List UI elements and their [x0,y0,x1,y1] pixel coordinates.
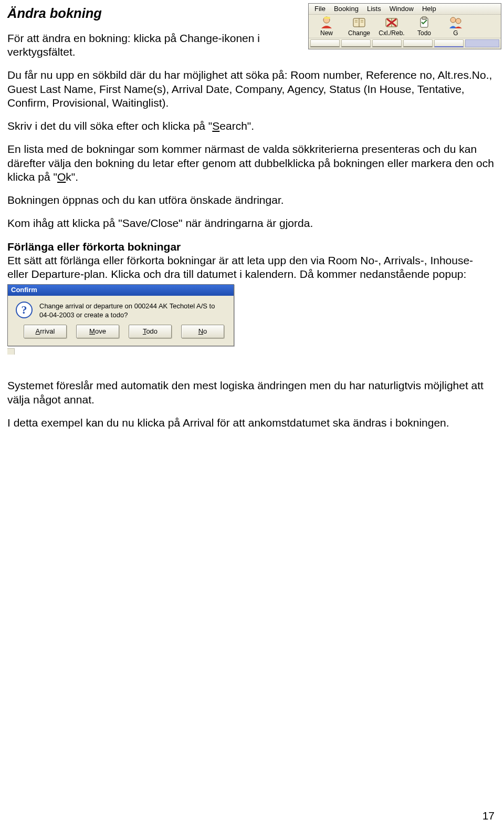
menu-lists[interactable]: Lists [363,4,385,14]
menubar: File Booking Lists Window Help [309,4,501,15]
question-icon: ? [15,301,33,319]
toolbar-change[interactable]: Change [343,16,375,38]
tab-1[interactable] [310,39,340,47]
toolbar-cxlreb[interactable]: Cxl./Reb. [375,16,408,38]
subheading-extend: Förlänga eller förkorta bokningar [7,241,181,253]
paragraph-save-close: Kom ihåg att klicka på "Save/Close" när … [7,216,497,230]
menu-help[interactable]: Help [418,4,440,14]
svg-point-14 [450,17,456,23]
toolbar-change-label: Change [348,29,370,37]
tab-3[interactable] [372,39,402,47]
svg-text:?: ? [22,303,27,316]
group-icon [448,16,463,29]
svg-rect-1 [324,17,330,19]
toolbar-cxlreb-label: Cxl./Reb. [379,29,404,37]
paragraph-system-suggest: Systemet föreslår med automatik den mest… [7,379,497,407]
arrival-button[interactable]: Arrival [24,325,67,338]
confirm-button-row: Arrival Move Todo No [8,323,234,346]
paragraph-open-booking: Bokningen öppnas och du kan utföra önska… [7,193,497,207]
no-button[interactable]: No [181,325,224,338]
person-icon [319,16,334,29]
todo-button[interactable]: Todo [129,325,172,338]
toolbar-new[interactable]: New [310,16,343,38]
dialog-corner-decoration [7,348,15,355]
svg-point-15 [456,18,461,24]
toolbar-g[interactable]: G [440,16,471,38]
paragraph-result-list: En lista med de bokningar som kommer när… [7,142,497,184]
confirm-dialog: Confirm ? Change arrival or departure on… [7,284,234,346]
paragraph-extend-shorten: Förlänga eller förkorta bokningar Ett sä… [7,240,497,282]
toolbar-new-label: New [320,29,333,37]
move-button[interactable]: Move [76,325,119,338]
app-toolbar-screenshot: File Booking Lists Window Help New Chang… [308,3,501,49]
toolbar-g-label: G [453,29,458,37]
book-icon [351,16,367,29]
cancel-book-icon [384,16,400,29]
svg-rect-13 [422,17,426,19]
clipboard-icon [416,16,432,29]
tab-2[interactable] [341,39,371,47]
menu-file[interactable]: File [311,4,329,14]
confirm-message: Change arrival or departure on 000244 AK… [39,301,215,320]
confirm-dialog-wrap: Confirm ? Change arrival or departure on… [7,283,234,352]
menu-booking[interactable]: Booking [330,4,362,14]
menu-window[interactable]: Window [386,4,417,14]
tab-4[interactable] [403,39,433,47]
toolbar-todo-label: Todo [417,29,431,37]
toolbar-icon-row: New Change Cxl./Reb. [309,15,501,38]
tab-5[interactable] [434,39,464,47]
confirm-titlebar: Confirm [8,285,234,295]
tab-spacer [465,39,499,47]
page-number: 17 [482,809,495,823]
toolbar-todo[interactable]: Todo [408,16,440,38]
paragraph-search-fields: Du får nu upp en sökbild där du har möjl… [7,68,497,110]
tab-strip [309,38,501,49]
paragraph-intro: För att ändra en bokning: klicka på Chan… [7,32,328,59]
paragraph-search-hint: Skriv i det du vill söka efter och klick… [7,119,497,133]
paragraph-example-arrival: I detta exempel kan du nu klicka på Arri… [7,416,497,430]
